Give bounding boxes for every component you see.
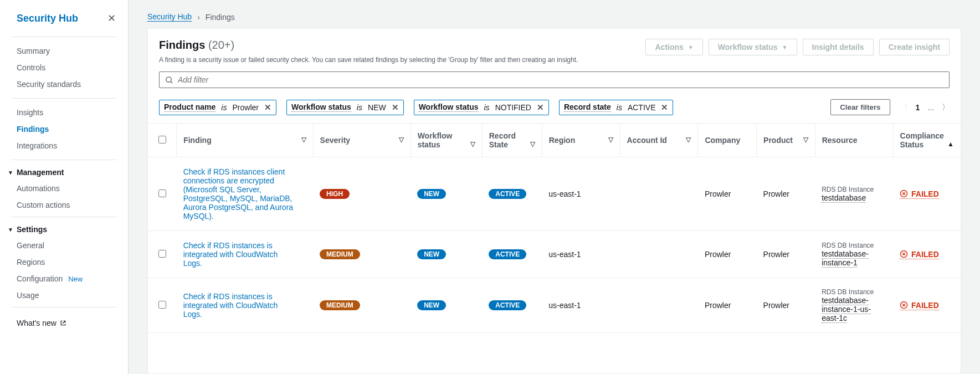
remove-chip-icon[interactable]: ✕ (264, 103, 271, 112)
resource-id[interactable]: testdatabase-instance-1 (822, 249, 869, 268)
col-workflow[interactable]: Workflow status (418, 131, 453, 149)
sidebar-title[interactable]: Security Hub (17, 13, 78, 24)
account-cell (620, 278, 698, 333)
pagination: 〈 1 ... 〉 (900, 103, 950, 112)
table-row: Check if RDS instances client connection… (148, 157, 961, 231)
remove-chip-icon[interactable]: ✕ (661, 103, 668, 112)
create-insight-button[interactable]: Create insight (879, 39, 950, 55)
col-product[interactable]: Product (763, 136, 793, 145)
col-finding[interactable]: Finding (183, 136, 212, 145)
sidebar-item-general[interactable]: General (0, 237, 128, 254)
caret-down-icon: ▼ (8, 170, 13, 176)
sidebar-item-custom-actions[interactable]: Custom actions (0, 197, 128, 213)
record-badge: ACTIVE (489, 300, 526, 310)
product-cell: Prowler (757, 278, 815, 333)
row-checkbox[interactable] (158, 301, 166, 309)
row-checkbox[interactable] (158, 189, 166, 197)
actions-button[interactable]: Actions ▼ (645, 39, 702, 55)
resource-type: RDS DB Instance (822, 186, 886, 193)
close-icon[interactable]: ✕ (107, 12, 116, 24)
clear-filters-button[interactable]: Clear filters (830, 99, 890, 115)
chip-op: is (221, 103, 227, 112)
breadcrumb-root[interactable]: Security Hub (147, 12, 192, 22)
sidebar-item-summary[interactable]: Summary (0, 43, 128, 59)
whats-new-label: What's new (17, 319, 57, 327)
sidebar-item-security-standards[interactable]: Security standards (0, 76, 128, 93)
sort-icon[interactable]: ▽ (608, 136, 613, 144)
findings-count: (20+) (208, 39, 234, 51)
sort-icon[interactable]: ▽ (530, 140, 535, 148)
sidebar-item-insights[interactable]: Insights (0, 104, 128, 121)
sidebar-item-findings[interactable]: Findings (0, 121, 128, 137)
fail-icon (900, 250, 908, 258)
chip-val: Prowler (232, 103, 258, 112)
filter-input[interactable] (178, 75, 943, 84)
resource-id[interactable]: testdatabase (822, 193, 866, 203)
workflow-status-button[interactable]: Workflow status ▼ (709, 39, 797, 55)
chip-key: Record state (564, 103, 611, 112)
remove-chip-icon[interactable]: ✕ (537, 103, 544, 112)
product-cell: Prowler (757, 157, 815, 231)
chip-op: is (357, 103, 362, 112)
filter-input-wrap[interactable] (159, 71, 950, 88)
sidebar-item-whats-new[interactable]: What's new (0, 311, 128, 335)
region-cell: us-east-1 (542, 231, 620, 278)
finding-link[interactable]: Check if RDS instances client connection… (183, 167, 294, 221)
filter-chip[interactable]: Record state is ACTIVE✕ (559, 100, 674, 115)
sort-asc-icon[interactable]: ▲ (947, 140, 954, 148)
row-checkbox[interactable] (158, 250, 166, 258)
col-compliance[interactable]: Compliance Status (900, 131, 944, 149)
sidebar-heading-settings[interactable]: ▼ Settings (0, 221, 128, 237)
workflow-badge: NEW (417, 189, 446, 199)
page-number: 1 (916, 103, 920, 112)
fail-icon (900, 301, 908, 309)
compliance-status[interactable]: FAILED (900, 189, 939, 199)
filter-chip[interactable]: Product name is Prowler✕ (159, 100, 276, 115)
prev-page-icon[interactable]: 〈 (900, 103, 908, 112)
sort-icon[interactable]: ▽ (803, 136, 808, 144)
caret-down-icon: ▼ (688, 44, 694, 50)
severity-badge: MEDIUM (320, 300, 360, 310)
chip-key: Workflow status (419, 103, 479, 112)
sort-icon[interactable]: ▽ (686, 136, 691, 144)
sidebar-item-automations[interactable]: Automations (0, 180, 128, 197)
select-all-checkbox[interactable] (158, 136, 166, 145)
workflow-label: Workflow status (718, 43, 778, 52)
sidebar-item-regions[interactable]: Regions (0, 254, 128, 270)
remove-chip-icon[interactable]: ✕ (392, 103, 399, 112)
compliance-status[interactable]: FAILED (900, 250, 939, 259)
caret-down-icon: ▼ (782, 44, 788, 50)
create-insight-label: Create insight (889, 43, 940, 52)
col-region[interactable]: Region (549, 136, 575, 145)
sidebar-heading-management-label: Management (17, 168, 64, 177)
sidebar-item-configuration-label: Configuration (17, 274, 63, 283)
breadcrumb-current: Findings (206, 13, 235, 22)
col-account[interactable]: Account Id (627, 136, 667, 145)
col-record[interactable]: Record State (489, 131, 516, 149)
table-row: Check if RDS instances is integrated wit… (148, 278, 961, 333)
filter-chip[interactable]: Workflow status is NOTIFIED✕ (414, 100, 549, 115)
resource-id[interactable]: testdatabase-instance-1-us-east-1c (822, 296, 871, 323)
filter-chip[interactable]: Workflow status is NEW✕ (286, 100, 404, 115)
chip-val: NEW (368, 103, 386, 112)
finding-link[interactable]: Check if RDS instances is integrated wit… (183, 292, 294, 319)
next-page-icon[interactable]: 〉 (942, 103, 950, 112)
sort-icon[interactable]: ▽ (470, 140, 475, 148)
finding-link[interactable]: Check if RDS instances is integrated wit… (183, 241, 294, 268)
compliance-status[interactable]: FAILED (900, 301, 939, 310)
sidebar-item-controls[interactable]: Controls (0, 59, 128, 76)
sidebar-item-usage[interactable]: Usage (0, 287, 128, 304)
findings-panel: Findings (20+) A finding is a security i… (147, 28, 961, 374)
insight-details-label: Insight details (812, 43, 864, 52)
sort-icon[interactable]: ▽ (301, 136, 306, 144)
col-resource[interactable]: Resource (822, 136, 858, 145)
severity-badge: MEDIUM (320, 249, 360, 259)
sidebar-item-configuration[interactable]: Configuration New (0, 270, 128, 287)
sidebar-heading-management[interactable]: ▼ Management (0, 163, 128, 180)
sidebar-item-integrations[interactable]: Integrations (0, 137, 128, 154)
severity-badge: HIGH (320, 189, 350, 199)
sort-icon[interactable]: ▽ (399, 136, 404, 144)
col-severity[interactable]: Severity (320, 136, 350, 145)
col-company[interactable]: Company (705, 136, 740, 145)
insight-details-button[interactable]: Insight details (803, 39, 874, 55)
